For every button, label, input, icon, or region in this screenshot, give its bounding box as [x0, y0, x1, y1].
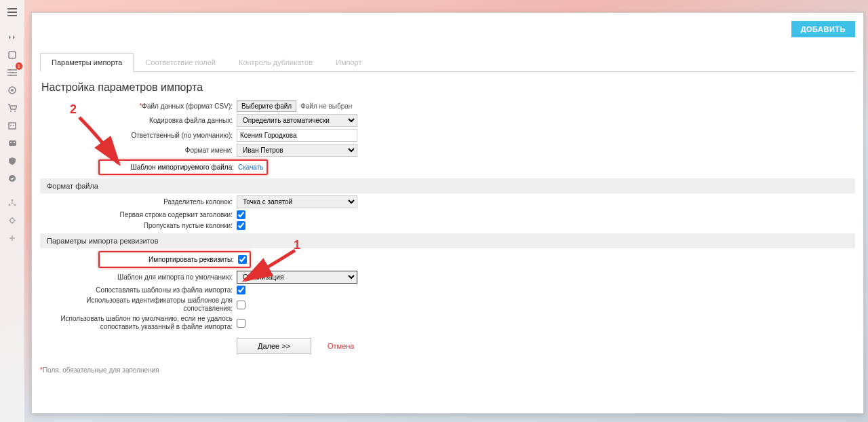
- nav-badge: 1: [16, 62, 22, 70]
- nav-item-6[interactable]: [4, 117, 20, 134]
- fallback-tpl-checkbox[interactable]: [237, 319, 245, 328]
- svg-point-9: [10, 125, 12, 126]
- use-ids-label: Использовать идентификаторы шаблонов для…: [40, 296, 237, 313]
- match-templates-label: Сопоставлять шаблоны из файла импорта:: [40, 286, 237, 294]
- default-tpl-select[interactable]: Организация: [237, 271, 357, 284]
- responsible-label: Ответственный (по умолчанию):: [40, 132, 237, 139]
- nav-item-cart[interactable]: [4, 100, 20, 116]
- encoding-select[interactable]: Определить автоматически: [237, 114, 357, 127]
- skip-empty-checkbox[interactable]: [237, 221, 245, 230]
- import-req-label: Импортировать реквизиты:: [102, 256, 238, 263]
- choose-file-button[interactable]: Выберите файл: [237, 100, 296, 112]
- required-footnote: *Поля, обязательные для заполнения: [40, 366, 855, 374]
- template-file-highlight: Шаблон импортируемого файла: Скачать: [98, 159, 268, 175]
- nav-item-8[interactable]: [4, 153, 20, 169]
- nav-item-9[interactable]: [4, 170, 20, 187]
- section-file-format: Формат файла: [40, 178, 855, 193]
- skip-empty-label: Пропускать пустые колонки:: [40, 222, 237, 229]
- cancel-link[interactable]: Отмена: [328, 342, 354, 350]
- nav-item-sitemap[interactable]: [4, 195, 20, 211]
- main-panel: ДОБАВИТЬ Параметры импорта Соответствие …: [31, 12, 864, 414]
- page-title: Настройка параметров импорта: [41, 81, 854, 94]
- next-button[interactable]: Далее >>: [237, 338, 311, 354]
- nav-item-settings[interactable]: [4, 212, 20, 229]
- svg-point-2: [12, 72, 14, 73]
- responsible-input[interactable]: [237, 129, 357, 142]
- match-templates-checkbox[interactable]: [237, 286, 245, 294]
- svg-point-1: [9, 69, 10, 71]
- fallback-tpl-label: Использовать шаблон по умолчанию, если н…: [40, 315, 237, 331]
- svg-point-7: [14, 111, 16, 112]
- svg-point-6: [10, 111, 12, 112]
- svg-point-10: [13, 125, 14, 126]
- svg-point-5: [11, 89, 14, 92]
- tabs: Параметры импорта Соответствие полей Кон…: [40, 52, 855, 72]
- file-status: Файл не выбран: [300, 102, 352, 110]
- template-file-label: Шаблон импортируемого файла:: [102, 164, 238, 171]
- download-template-link[interactable]: Скачать: [238, 164, 264, 171]
- first-row-label: Первая строка содержит заголовки:: [40, 211, 237, 218]
- svg-point-12: [10, 142, 12, 143]
- add-button[interactable]: ДОБАВИТЬ: [791, 21, 855, 37]
- svg-rect-0: [9, 52, 16, 58]
- default-tpl-label: Шаблон для импорта по умолчанию:: [40, 273, 237, 281]
- encoding-label: Кодировка файла данных:: [40, 117, 237, 124]
- nav-item-3[interactable]: 1: [4, 64, 20, 81]
- use-ids-checkbox[interactable]: [237, 301, 245, 309]
- nav-item-7[interactable]: [4, 135, 20, 151]
- file-label: *Файл данных (формат CSV):: [40, 102, 237, 110]
- nav-item-4[interactable]: [4, 82, 20, 98]
- tab-import[interactable]: Импорт: [324, 53, 373, 72]
- svg-point-3: [10, 75, 12, 76]
- section-requisites: Параметры импорта реквизитов: [40, 233, 855, 248]
- import-requisites-highlight: Импортировать реквизиты:: [98, 251, 251, 268]
- nav-item-add[interactable]: [4, 230, 20, 246]
- svg-point-18: [10, 218, 14, 223]
- nav-item-2[interactable]: [4, 47, 20, 63]
- tab-import-params[interactable]: Параметры импорта: [40, 53, 134, 72]
- name-format-label: Формат имени:: [40, 147, 237, 154]
- separator-select[interactable]: Точка с запятой: [237, 195, 357, 208]
- left-sidebar: 1: [0, 0, 24, 422]
- nav-item-1[interactable]: [4, 29, 20, 45]
- svg-point-16: [9, 204, 11, 206]
- tab-duplicate-control[interactable]: Контроль дубликатов: [227, 53, 324, 72]
- svg-point-13: [14, 142, 15, 143]
- svg-rect-8: [9, 123, 16, 129]
- svg-rect-11: [9, 140, 16, 146]
- name-format-select[interactable]: Иван Петров: [237, 144, 357, 157]
- first-row-checkbox[interactable]: [237, 210, 245, 219]
- svg-point-17: [14, 204, 16, 206]
- tab-field-mapping[interactable]: Соответствие полей: [134, 53, 227, 72]
- hamburger-icon[interactable]: [4, 4, 20, 20]
- separator-label: Разделитель колонок:: [40, 198, 237, 206]
- import-req-checkbox[interactable]: [238, 255, 247, 264]
